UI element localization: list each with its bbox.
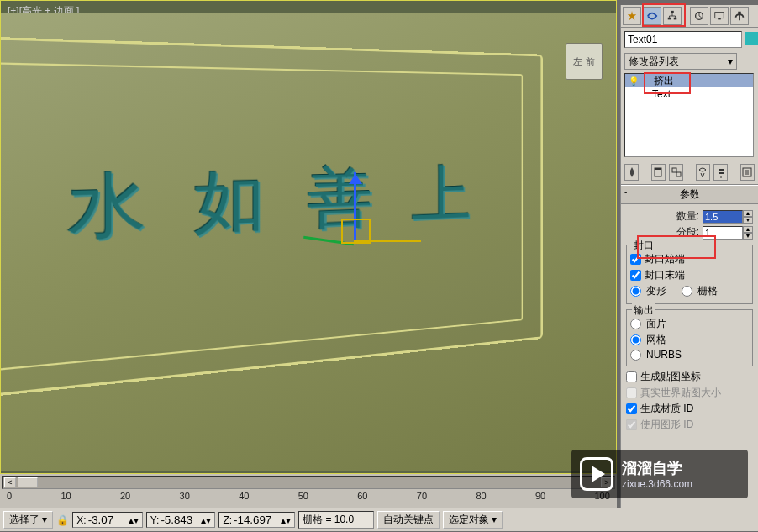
grid-radio[interactable] bbox=[682, 286, 692, 297]
modifier-stack[interactable]: 💡 挤出 Text bbox=[624, 73, 754, 157]
amount-label: 数量: bbox=[676, 209, 699, 224]
coord-x-input[interactable] bbox=[88, 514, 127, 526]
char-2: 如 bbox=[193, 157, 266, 250]
hierarchy-tab[interactable] bbox=[663, 7, 682, 25]
output-nurbs-label: NURBS bbox=[646, 349, 682, 361]
output-nurbs-radio[interactable] bbox=[630, 350, 641, 361]
time-slider-handle[interactable] bbox=[18, 477, 38, 487]
segments-input[interactable] bbox=[703, 226, 743, 240]
status-bar: 选择了 ▾ 🔒 X:▴▾ Y:▴▾ Z:▴▾ 栅格 = 10.0 自动关键点 选… bbox=[0, 508, 758, 531]
grid-status: 栅格 = 10.0 bbox=[298, 511, 374, 529]
gen-mat-label: 生成材质 ID bbox=[640, 402, 693, 416]
visibility-toggle-icon[interactable]: 💡 bbox=[629, 76, 639, 86]
svg-rect-7 bbox=[655, 168, 661, 170]
amount-input[interactable] bbox=[703, 210, 743, 224]
selection-status[interactable]: 选择了 ▾ bbox=[3, 511, 53, 529]
object-name-input[interactable] bbox=[624, 31, 742, 48]
selection-lock-icon[interactable]: 🔒 bbox=[56, 514, 69, 526]
real-world-checkbox bbox=[626, 387, 637, 398]
svg-rect-5 bbox=[718, 18, 721, 20]
tick-label: 30 bbox=[180, 491, 190, 501]
cap-start-label: 封口始端 bbox=[645, 252, 685, 266]
extruded-text[interactable]: 水 如 善 上 bbox=[67, 154, 471, 256]
spin-down-icon[interactable]: ▼ bbox=[743, 217, 753, 224]
utilities-tab[interactable] bbox=[730, 7, 749, 25]
cap-end-checkbox[interactable] bbox=[630, 270, 641, 281]
stack-more-button[interactable] bbox=[740, 164, 755, 181]
stack-item-extrude[interactable]: 💡 挤出 bbox=[625, 74, 753, 87]
tick-label: 80 bbox=[476, 491, 486, 501]
time-ruler[interactable]: 0 10 20 30 40 50 60 70 80 90 100 bbox=[0, 489, 617, 501]
spin-down-icon[interactable]: ▼ bbox=[743, 233, 753, 240]
output-mesh-radio[interactable] bbox=[630, 334, 641, 345]
svg-rect-8 bbox=[672, 168, 676, 172]
tick-label: 70 bbox=[417, 491, 427, 501]
tick-label: 50 bbox=[298, 491, 308, 501]
remove-modifier-button[interactable] bbox=[696, 164, 710, 181]
watermark: 溜溜自学 zixue.3d66.com bbox=[571, 450, 748, 498]
svg-rect-9 bbox=[676, 172, 681, 176]
timeline: < > 0 10 20 30 40 50 60 70 80 90 100 bbox=[0, 474, 617, 508]
stack-item-label: Text bbox=[652, 88, 671, 100]
modifier-list-label: 修改器列表 bbox=[629, 55, 679, 69]
time-slider-track[interactable]: < > bbox=[2, 476, 615, 489]
tick-label: 10 bbox=[61, 491, 71, 501]
coord-z-input[interactable] bbox=[234, 514, 279, 526]
stack-item-text[interactable]: Text bbox=[625, 87, 753, 101]
rollout-header-params[interactable]: - 参数 bbox=[621, 185, 758, 204]
char-3: 善 bbox=[308, 155, 373, 244]
gen-mat-checkbox[interactable] bbox=[626, 403, 637, 414]
slider-left-icon[interactable]: < bbox=[4, 477, 16, 487]
real-world-label: 真实世界贴图大小 bbox=[640, 386, 721, 400]
stack-item-label: 挤出 bbox=[654, 74, 674, 88]
spin-up-icon[interactable]: ▲ bbox=[743, 210, 753, 217]
spin-up-icon[interactable]: ▲ bbox=[743, 226, 753, 233]
plaque-outer: 水 如 善 上 bbox=[1, 36, 543, 401]
svg-rect-2 bbox=[674, 18, 677, 20]
display-tab[interactable] bbox=[710, 7, 729, 25]
viewport-canvas[interactable]: 水 如 善 上 左 前 bbox=[1, 13, 616, 471]
command-panel-tabs bbox=[621, 5, 758, 28]
output-group: 输出 面片 网格 NURBS bbox=[626, 309, 753, 366]
modify-tab[interactable] bbox=[643, 7, 661, 25]
amount-spinner[interactable]: ▲▼ bbox=[703, 210, 753, 224]
segments-label: 分段: bbox=[676, 225, 699, 240]
tick-label: 20 bbox=[120, 491, 130, 501]
selected-object-button[interactable]: 选定对象 ▾ bbox=[443, 511, 503, 529]
coord-z[interactable]: Z:▴▾ bbox=[218, 512, 295, 528]
tick-label: 40 bbox=[239, 491, 249, 501]
tick-label: 60 bbox=[357, 491, 367, 501]
grid-label: 栅格 bbox=[697, 284, 718, 298]
output-patch-radio[interactable] bbox=[630, 319, 641, 329]
watermark-url: zixue.3d66.com bbox=[622, 478, 692, 490]
modifier-list-dropdown[interactable]: 修改器列表 ▾ bbox=[624, 53, 737, 70]
output-mesh-label: 网格 bbox=[646, 333, 666, 347]
use-shape-checkbox bbox=[626, 419, 637, 430]
object-color-swatch[interactable] bbox=[745, 32, 758, 45]
auto-key-button[interactable]: 自动关键点 bbox=[377, 511, 440, 529]
use-shape-label: 使用图形 ID bbox=[640, 418, 693, 432]
coord-y[interactable]: Y:▴▾ bbox=[146, 512, 216, 528]
gen-map-checkbox[interactable] bbox=[626, 371, 637, 382]
motion-tab[interactable] bbox=[690, 7, 708, 25]
rollout-title-label: 参数 bbox=[680, 188, 700, 200]
viewport[interactable]: [+][高光 + 边面 ] 水 如 善 上 左 前 bbox=[0, 0, 617, 474]
configure-sets-button[interactable] bbox=[713, 164, 728, 181]
char-4: 上 bbox=[412, 154, 471, 238]
output-group-label: 输出 bbox=[632, 303, 655, 318]
pin-stack-button[interactable] bbox=[624, 164, 639, 181]
coord-y-input[interactable] bbox=[161, 514, 199, 526]
show-end-result-button[interactable] bbox=[651, 164, 666, 181]
stack-toolbar bbox=[621, 161, 758, 185]
cap-start-checkbox[interactable] bbox=[630, 254, 641, 265]
tick-label: 0 bbox=[7, 491, 12, 501]
rollout-params-body: 数量: ▲▼ 分段: ▲▼ 封口 封口始端 封口末端 变形 栅格 输出 面片 bbox=[621, 204, 758, 437]
view-cube[interactable]: 左 前 bbox=[566, 43, 603, 80]
make-unique-button[interactable] bbox=[669, 164, 683, 181]
gen-map-label: 生成贴图坐标 bbox=[640, 370, 701, 384]
coord-x[interactable]: X:▴▾ bbox=[72, 512, 142, 528]
svg-rect-1 bbox=[668, 18, 671, 20]
segments-spinner[interactable]: ▲▼ bbox=[703, 226, 753, 240]
morph-radio[interactable] bbox=[630, 286, 641, 297]
create-tab[interactable] bbox=[623, 7, 641, 25]
